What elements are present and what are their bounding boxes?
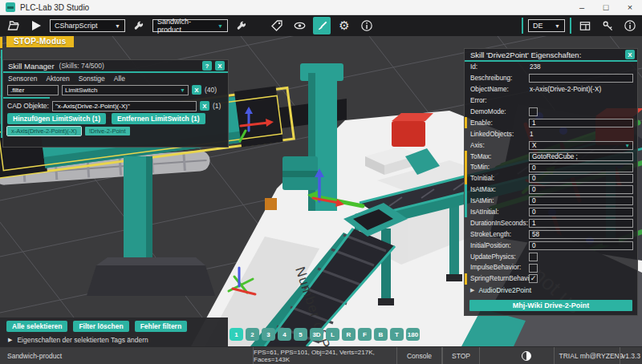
play-button[interactable] [27,17,45,34]
close-panel-button[interactable]: X [215,61,225,71]
filter-input[interactable] [7,85,59,95]
camera-view-180[interactable]: 180 [406,328,420,341]
cad-clear-button[interactable]: X [200,101,209,111]
springreturnbehavior-checkbox[interactable]: ✓ [529,274,538,283]
field-row-objectname: ObjectName: x-Axis(Drive-2-Point)(-X) [465,84,637,95]
chevron-down-icon: ▼ [625,143,630,148]
theme-toggle-icon[interactable] [522,351,531,361]
duration-input[interactable] [529,219,633,228]
red-cube-center [392,121,425,147]
camera-view-2[interactable]: 2 [246,328,259,341]
cad-count: (1) [213,102,221,110]
tab-sonstige[interactable]: Sonstige [79,75,105,83]
help-button[interactable]: ? [202,61,212,71]
tags-properties-expander[interactable]: ▶ Eigenschaften der selektierten Tags än… [0,332,228,344]
updatephysics-checkbox[interactable] [529,253,538,261]
app-icon [6,2,15,12]
plc-lab-window: not us [0,0,642,364]
teal-edge-accent [1,50,2,138]
field-row-error: Error: [465,95,637,107]
clear-filter-button[interactable]: X [192,85,201,95]
camera-view-top[interactable]: T [390,328,404,341]
toolbar-separator [522,18,523,34]
tomax-input[interactable] [529,152,633,161]
stop-mode-badge: STOP-Modus [6,36,74,47]
isatinitial-input[interactable] [529,208,633,216]
initialposition-input[interactable] [529,241,633,250]
skill-chip[interactable]: x-Axis(Drive-2-Point)(-X) [7,127,81,135]
strokelength-input[interactable] [529,230,633,239]
camera-view-3[interactable]: 3 [262,328,275,341]
skill-type-dropdown[interactable]: LimitSwitch ▼ [62,85,189,95]
field-row-durationinseconds: DurationInSeconds: [465,217,637,229]
camera-view-1[interactable]: 1 [230,328,243,341]
camera-view-back[interactable]: B [374,328,388,341]
field-row-impulsebehavior: ImpulseBehavior: [465,262,637,273]
close-button[interactable]: × [618,0,642,14]
toolbar-separator [570,18,571,34]
info-icon[interactable] [621,17,639,34]
isatmax-input[interactable] [529,185,633,194]
tab-sensoren[interactable]: Sensoren [8,75,37,83]
yellow-marker [465,173,467,184]
teal-underline [3,97,50,99]
product-name: Sandwich-product [7,347,62,364]
status-bar: Sandwich-product FPS=61, PPS=101, Obj=24… [0,346,642,364]
skill-chip[interactable]: !Drive-2-Point [85,127,130,135]
field-row-updatephysics: UpdatePhysics: [465,251,637,262]
paint-brush-button[interactable] [313,17,331,34]
tab-alle[interactable]: Alle [114,75,125,83]
field-row-toinitial: ToInitial: [465,173,637,184]
impulsebehavior-checkbox[interactable] [529,264,538,273]
field-row-isatmax: IsAtMax: [465,184,637,196]
left-bottom-panel: Alle selektieren Filter löschen Fehler f… [0,317,228,346]
cad-objects-input[interactable] [52,101,197,111]
maximize-button[interactable]: □ [594,0,618,14]
camera-view-right[interactable]: R [342,328,356,341]
tab-aktoren[interactable]: Aktoren [46,75,69,83]
beschreibung-input[interactable] [529,74,633,83]
field-row-linkedobjects: LinkedObjects: 1 [465,128,637,140]
mhj-wiki-button[interactable]: Mhj-Wiki Drive-2-Point [469,300,632,311]
license-info: TRIAL mh@RYZEN9 [554,347,628,364]
close-panel-button[interactable]: X [625,50,635,59]
mode-indicator: STOP [442,347,480,364]
camera-view-4[interactable]: 4 [278,328,291,341]
script-dropdown[interactable]: CSharpScript ▼ [50,19,125,32]
filter-errors-button[interactable]: Fehler filtern [135,321,187,332]
remove-limitswitch-button[interactable]: Entfernen LimitSwitch (1) [112,113,205,124]
axis-dropdown[interactable]: X ▼ [529,141,633,150]
audio-drive2point-expander[interactable]: ▶ AudioDrive2Point [465,285,637,296]
yellow-marker [465,273,467,285]
field-row-id: Id: 238 [465,62,637,73]
toinitial-input[interactable] [529,174,633,183]
panel-layout-icon[interactable] [576,17,594,34]
product-settings-wrench-icon[interactable] [233,17,250,34]
clear-filter-button[interactable]: Filter löschen [73,321,128,332]
add-limitswitch-button[interactable]: Hinzufügen LimitSwitch (1) [7,113,106,124]
product-dropdown[interactable]: Sandwich-product ▼ [152,19,228,32]
camera-view-5[interactable]: 5 [294,328,307,341]
tag-icon[interactable] [268,17,286,34]
script-settings-wrench-icon[interactable] [130,17,148,34]
camera-view-front[interactable]: F [358,328,372,341]
chevron-down-icon: ▼ [115,23,120,29]
camera-view-left[interactable]: L [326,328,339,341]
panel-title: Skill 'Drive2Point' Eigenschaften: [470,51,625,59]
eye-icon[interactable] [291,17,308,34]
camera-view-3d[interactable]: 3D [310,328,323,341]
info-icon[interactable] [358,17,376,34]
enable-input[interactable] [529,119,633,127]
minimize-button[interactable]: – [570,0,594,14]
tomin-input[interactable] [529,164,633,172]
key-icon[interactable] [599,17,616,34]
isatmin-input[interactable] [529,196,633,205]
field-row-tomax: ToMax: [465,151,637,162]
drive2point-properties-panel: Skill 'Drive2Point' Eigenschaften: X Id:… [464,48,638,316]
select-all-button[interactable]: Alle selektieren [6,321,67,332]
gear-icon[interactable]: ⚙ [335,17,353,34]
console-button[interactable]: Console [396,347,442,364]
demomode-checkbox[interactable] [529,107,538,116]
language-dropdown[interactable]: DE ▼ [528,19,565,32]
open-folder-button[interactable] [5,17,22,34]
